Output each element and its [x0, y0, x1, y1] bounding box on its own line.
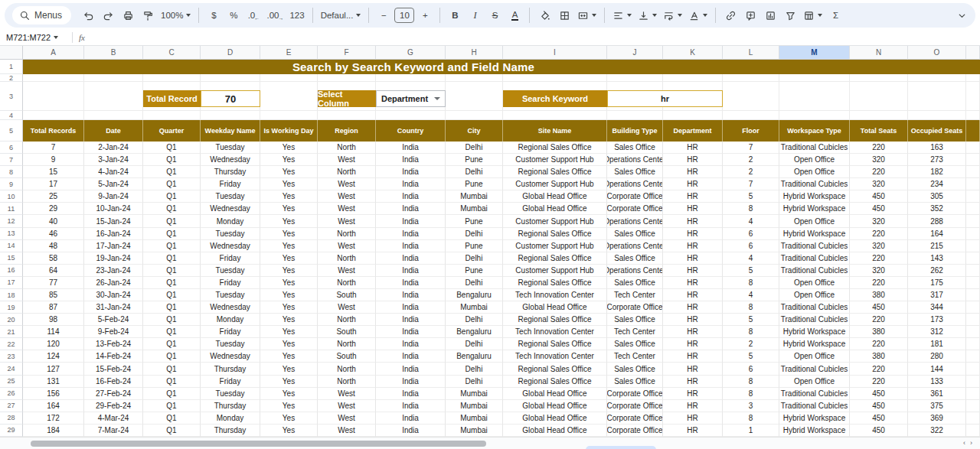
column-header-J[interactable]: J	[607, 46, 663, 60]
cell[interactable]	[446, 82, 503, 111]
insert-link-button[interactable]	[721, 6, 740, 24]
cell[interactable]: Traditional Cubicles	[779, 240, 850, 252]
row-header-18[interactable]: 18	[0, 289, 23, 301]
cell[interactable]: Tuesday	[201, 190, 260, 203]
cell[interactable]: Thursday	[201, 363, 260, 375]
cell[interactable]: 4	[723, 215, 779, 227]
cell[interactable]: 114	[23, 326, 84, 338]
cell[interactable]	[908, 82, 966, 111]
cell[interactable]: Mumbai	[446, 301, 503, 314]
increase-decimals-button[interactable]: .00→	[264, 6, 286, 24]
cell[interactable]: 450	[850, 400, 908, 412]
table-header-cell[interactable]: Department	[663, 120, 723, 142]
cell[interactable]: 77	[23, 277, 84, 289]
cell[interactable]: 173	[908, 314, 966, 326]
borders-button[interactable]	[555, 6, 573, 24]
cell[interactable]: North	[318, 376, 376, 388]
cell[interactable]: Q1	[143, 154, 201, 166]
cell[interactable]: Pune	[446, 178, 503, 190]
cell[interactable]: Yes	[260, 326, 318, 338]
cell[interactable]: Pune	[446, 240, 503, 252]
cell[interactable]: Yes	[260, 166, 318, 178]
cell[interactable]: 5-Jan-24	[84, 178, 143, 190]
cell[interactable]: Open Office	[779, 277, 850, 289]
cell[interactable]: South	[318, 350, 376, 363]
cell[interactable]: 9-Feb-24	[84, 326, 143, 338]
cell[interactable]: 58	[23, 252, 84, 265]
cell[interactable]: 220	[850, 314, 908, 326]
cell[interactable]: 182	[908, 166, 966, 178]
table-header-cell[interactable]: Is Working Day	[260, 120, 318, 142]
cell[interactable]: Global Head Office	[503, 203, 607, 215]
row-header-16[interactable]: 16	[0, 265, 23, 277]
cell[interactable]: Tech Center	[607, 350, 663, 363]
cell[interactable]: HR	[663, 425, 723, 437]
cell[interactable]: 7-Mar-24	[84, 425, 143, 437]
cell[interactable]: 2	[723, 338, 779, 350]
cell[interactable]: 2	[723, 166, 779, 178]
cell[interactable]: Monday	[201, 215, 260, 227]
cell[interactable]: 450	[850, 412, 908, 425]
cell[interactable]: Delhi	[446, 142, 503, 154]
cell[interactable]: Regional Sales Office	[503, 142, 607, 154]
cell[interactable]	[966, 142, 980, 154]
cell[interactable]: Customer Support Hub	[503, 154, 607, 166]
cell[interactable]	[966, 301, 980, 314]
cell[interactable]: India	[376, 215, 446, 227]
cell[interactable]	[260, 82, 318, 111]
cell[interactable]: 220	[850, 277, 908, 289]
cell[interactable]	[23, 82, 84, 111]
table-header-cell[interactable]: Quarter	[143, 120, 201, 142]
cell[interactable]: Operations Center	[607, 265, 663, 277]
cell[interactable]: Q1	[143, 277, 201, 289]
cell[interactable]: Yes	[260, 338, 318, 350]
cell[interactable]: 64	[23, 265, 84, 277]
cell[interactable]: Tuesday	[201, 142, 260, 154]
cell[interactable]	[23, 74, 84, 82]
cell[interactable]: Yes	[260, 215, 318, 227]
cell[interactable]: Global Head Office	[503, 301, 607, 314]
cell[interactable]: 5	[723, 314, 779, 326]
increase-font-size-button[interactable]: +	[416, 6, 434, 24]
cell[interactable]: 131	[23, 376, 84, 388]
cell[interactable]: West	[318, 240, 376, 252]
cell[interactable]: Sales Office	[607, 314, 663, 326]
row-header-28[interactable]: 28	[0, 412, 23, 425]
cell[interactable]	[723, 74, 779, 82]
cell[interactable]: Bengaluru	[446, 289, 503, 301]
row-header-19[interactable]: 19	[0, 301, 23, 314]
table-header-cell[interactable]: Region	[318, 120, 376, 142]
redo-button[interactable]	[99, 6, 117, 24]
cell[interactable]: HR	[663, 301, 723, 314]
cell[interactable]: 4	[723, 252, 779, 265]
cell[interactable]: 124	[23, 350, 84, 363]
cell[interactable]	[966, 425, 980, 437]
cell[interactable]: Q1	[143, 203, 201, 215]
row-header-5[interactable]: 5	[0, 120, 23, 142]
cell[interactable]: 164	[908, 228, 966, 240]
cell[interactable]: Traditional Cubicles	[779, 400, 850, 412]
cell[interactable]: Sales Office	[607, 228, 663, 240]
cell[interactable]: 280	[908, 350, 966, 363]
cell[interactable]: India	[376, 289, 446, 301]
cell[interactable]: West	[318, 265, 376, 277]
row-header-12[interactable]: 12	[0, 215, 23, 227]
cell[interactable]: 220	[850, 338, 908, 350]
row-header-8[interactable]: 8	[0, 166, 23, 178]
cell[interactable]: HR	[663, 142, 723, 154]
cell[interactable]: Yes	[260, 265, 318, 277]
row-header-13[interactable]: 13	[0, 228, 23, 240]
cell[interactable]: 220	[850, 252, 908, 265]
row-header-7[interactable]: 7	[0, 154, 23, 166]
cell[interactable]: Yes	[260, 314, 318, 326]
cell[interactable]: 4	[723, 289, 779, 301]
cell[interactable]: Regional Sales Office	[503, 314, 607, 326]
cell[interactable]: 450	[850, 388, 908, 400]
cell[interactable]	[260, 74, 318, 82]
cell[interactable]: 40	[23, 215, 84, 227]
cell[interactable]	[779, 111, 850, 120]
cell[interactable]: 8	[723, 301, 779, 314]
cell[interactable]: HR	[663, 338, 723, 350]
cell[interactable]: 5-Feb-24	[84, 314, 143, 326]
cell[interactable]	[607, 74, 663, 82]
